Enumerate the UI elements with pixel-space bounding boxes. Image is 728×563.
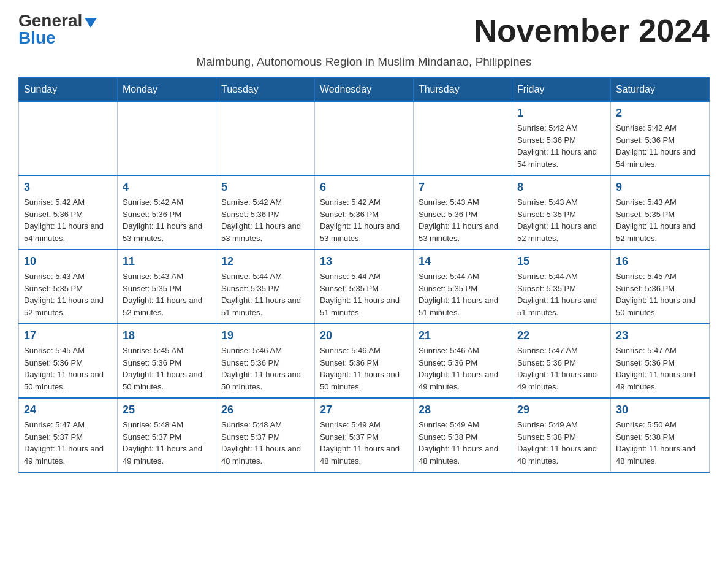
day-number: 8 (517, 181, 605, 194)
calendar-cell: 22Sunrise: 5:47 AM Sunset: 5:36 PM Dayli… (512, 324, 610, 398)
calendar-cell: 15Sunrise: 5:44 AM Sunset: 5:35 PM Dayli… (512, 250, 610, 324)
day-info: Sunrise: 5:43 AM Sunset: 5:35 PM Dayligh… (517, 196, 605, 244)
column-header-saturday: Saturday (610, 78, 709, 102)
calendar-cell: 7Sunrise: 5:43 AM Sunset: 5:36 PM Daylig… (413, 175, 512, 250)
day-number: 13 (320, 255, 408, 268)
day-number: 11 (123, 255, 211, 268)
day-info: Sunrise: 5:42 AM Sunset: 5:36 PM Dayligh… (616, 122, 704, 170)
calendar-cell: 21Sunrise: 5:46 AM Sunset: 5:36 PM Dayli… (413, 324, 512, 398)
day-info: Sunrise: 5:47 AM Sunset: 5:36 PM Dayligh… (616, 345, 704, 393)
day-info: Sunrise: 5:42 AM Sunset: 5:36 PM Dayligh… (320, 196, 408, 244)
day-number: 23 (616, 329, 704, 342)
calendar-cell: 4Sunrise: 5:42 AM Sunset: 5:36 PM Daylig… (117, 175, 216, 250)
day-number: 3 (24, 181, 112, 194)
day-info: Sunrise: 5:49 AM Sunset: 5:38 PM Dayligh… (419, 419, 507, 467)
calendar-cell: 3Sunrise: 5:42 AM Sunset: 5:36 PM Daylig… (19, 175, 118, 250)
calendar-cell: 20Sunrise: 5:46 AM Sunset: 5:36 PM Dayli… (314, 324, 413, 398)
day-number: 1 (517, 107, 605, 120)
day-number: 10 (24, 255, 112, 268)
calendar-cell: 25Sunrise: 5:48 AM Sunset: 5:37 PM Dayli… (117, 398, 216, 472)
day-number: 27 (320, 404, 408, 416)
day-info: Sunrise: 5:43 AM Sunset: 5:35 PM Dayligh… (123, 270, 211, 318)
day-number: 29 (517, 404, 605, 416)
subtitle: Maimbung, Autonomous Region in Muslim Mi… (18, 55, 710, 69)
day-number: 22 (517, 329, 605, 342)
day-number: 28 (419, 404, 507, 416)
calendar-cell (19, 102, 118, 176)
day-info: Sunrise: 5:43 AM Sunset: 5:35 PM Dayligh… (616, 196, 704, 244)
calendar-cell (117, 102, 216, 176)
calendar-week-5: 24Sunrise: 5:47 AM Sunset: 5:37 PM Dayli… (19, 398, 710, 472)
day-number: 12 (221, 255, 309, 268)
calendar-cell: 17Sunrise: 5:45 AM Sunset: 5:36 PM Dayli… (19, 324, 118, 398)
day-info: Sunrise: 5:42 AM Sunset: 5:36 PM Dayligh… (221, 196, 309, 244)
day-number: 14 (419, 255, 507, 268)
day-number: 5 (221, 181, 309, 194)
day-number: 6 (320, 181, 408, 194)
calendar: SundayMondayTuesdayWednesdayThursdayFrid… (18, 77, 710, 473)
month-title: November 2024 (474, 12, 710, 49)
day-info: Sunrise: 5:45 AM Sunset: 5:36 PM Dayligh… (616, 270, 704, 318)
day-info: Sunrise: 5:44 AM Sunset: 5:35 PM Dayligh… (517, 270, 605, 318)
calendar-cell: 26Sunrise: 5:48 AM Sunset: 5:37 PM Dayli… (216, 398, 314, 472)
calendar-cell: 5Sunrise: 5:42 AM Sunset: 5:36 PM Daylig… (216, 175, 314, 250)
day-info: Sunrise: 5:44 AM Sunset: 5:35 PM Dayligh… (419, 270, 507, 318)
day-number: 26 (221, 404, 309, 416)
day-number: 4 (123, 181, 211, 194)
calendar-cell: 9Sunrise: 5:43 AM Sunset: 5:35 PM Daylig… (610, 175, 709, 250)
day-info: Sunrise: 5:47 AM Sunset: 5:36 PM Dayligh… (517, 345, 605, 393)
calendar-week-3: 10Sunrise: 5:43 AM Sunset: 5:35 PM Dayli… (19, 250, 710, 324)
calendar-cell: 16Sunrise: 5:45 AM Sunset: 5:36 PM Dayli… (610, 250, 709, 324)
calendar-cell: 18Sunrise: 5:45 AM Sunset: 5:36 PM Dayli… (117, 324, 216, 398)
calendar-cell: 23Sunrise: 5:47 AM Sunset: 5:36 PM Dayli… (610, 324, 709, 398)
day-number: 18 (123, 329, 211, 342)
day-number: 9 (616, 181, 704, 194)
day-info: Sunrise: 5:45 AM Sunset: 5:36 PM Dayligh… (24, 345, 112, 393)
day-number: 24 (24, 404, 112, 416)
day-number: 21 (419, 329, 507, 342)
calendar-cell: 30Sunrise: 5:50 AM Sunset: 5:38 PM Dayli… (610, 398, 709, 472)
calendar-cell: 6Sunrise: 5:42 AM Sunset: 5:36 PM Daylig… (314, 175, 413, 250)
day-number: 30 (616, 404, 704, 416)
day-number: 7 (419, 181, 507, 194)
day-info: Sunrise: 5:50 AM Sunset: 5:38 PM Dayligh… (616, 419, 704, 467)
column-header-friday: Friday (512, 78, 610, 102)
calendar-cell: 11Sunrise: 5:43 AM Sunset: 5:35 PM Dayli… (117, 250, 216, 324)
logo: General Blue (18, 12, 97, 47)
logo-blue: Blue (18, 28, 56, 47)
calendar-cell (216, 102, 314, 176)
column-header-sunday: Sunday (19, 78, 118, 102)
day-number: 15 (517, 255, 605, 268)
day-info: Sunrise: 5:44 AM Sunset: 5:35 PM Dayligh… (320, 270, 408, 318)
day-info: Sunrise: 5:42 AM Sunset: 5:36 PM Dayligh… (517, 122, 605, 170)
day-info: Sunrise: 5:46 AM Sunset: 5:36 PM Dayligh… (419, 345, 507, 393)
day-number: 19 (221, 329, 309, 342)
calendar-cell: 8Sunrise: 5:43 AM Sunset: 5:35 PM Daylig… (512, 175, 610, 250)
calendar-cell (314, 102, 413, 176)
day-number: 20 (320, 329, 408, 342)
calendar-cell: 13Sunrise: 5:44 AM Sunset: 5:35 PM Dayli… (314, 250, 413, 324)
calendar-cell: 10Sunrise: 5:43 AM Sunset: 5:35 PM Dayli… (19, 250, 118, 324)
logo-triangle-icon (85, 18, 97, 28)
day-number: 16 (616, 255, 704, 268)
day-info: Sunrise: 5:44 AM Sunset: 5:35 PM Dayligh… (221, 270, 309, 318)
column-header-tuesday: Tuesday (216, 78, 314, 102)
calendar-cell (413, 102, 512, 176)
day-info: Sunrise: 5:48 AM Sunset: 5:37 PM Dayligh… (221, 419, 309, 467)
calendar-week-4: 17Sunrise: 5:45 AM Sunset: 5:36 PM Dayli… (19, 324, 710, 398)
day-number: 17 (24, 329, 112, 342)
calendar-cell: 12Sunrise: 5:44 AM Sunset: 5:35 PM Dayli… (216, 250, 314, 324)
day-number: 25 (123, 404, 211, 416)
day-info: Sunrise: 5:45 AM Sunset: 5:36 PM Dayligh… (123, 345, 211, 393)
calendar-cell: 28Sunrise: 5:49 AM Sunset: 5:38 PM Dayli… (413, 398, 512, 472)
calendar-cell: 14Sunrise: 5:44 AM Sunset: 5:35 PM Dayli… (413, 250, 512, 324)
logo-general: General (18, 11, 82, 30)
calendar-cell: 29Sunrise: 5:49 AM Sunset: 5:38 PM Dayli… (512, 398, 610, 472)
calendar-cell: 27Sunrise: 5:49 AM Sunset: 5:37 PM Dayli… (314, 398, 413, 472)
day-info: Sunrise: 5:46 AM Sunset: 5:36 PM Dayligh… (221, 345, 309, 393)
day-info: Sunrise: 5:43 AM Sunset: 5:36 PM Dayligh… (419, 196, 507, 244)
calendar-cell: 24Sunrise: 5:47 AM Sunset: 5:37 PM Dayli… (19, 398, 118, 472)
day-info: Sunrise: 5:49 AM Sunset: 5:38 PM Dayligh… (517, 419, 605, 467)
day-number: 2 (616, 107, 704, 120)
day-info: Sunrise: 5:43 AM Sunset: 5:35 PM Dayligh… (24, 270, 112, 318)
